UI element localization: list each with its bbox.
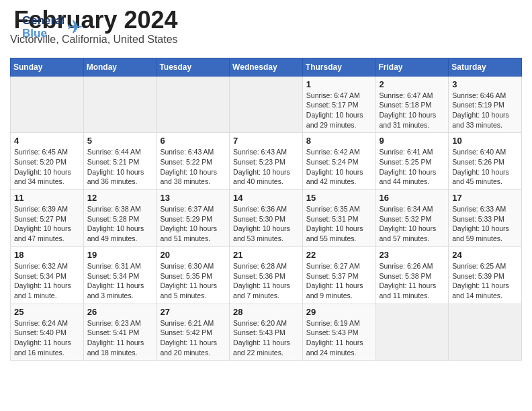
day-info: Sunrise: 6:39 AM Sunset: 5:27 PM Dayligh… xyxy=(14,204,80,244)
day-number: 6 xyxy=(160,136,226,146)
day-number: 25 xyxy=(14,307,80,317)
day-number: 14 xyxy=(233,193,299,203)
day-number: 18 xyxy=(14,250,80,260)
day-info: Sunrise: 6:25 AM Sunset: 5:39 PM Dayligh… xyxy=(452,261,518,301)
calendar-cell: 10Sunrise: 6:40 AM Sunset: 5:26 PM Dayli… xyxy=(449,133,522,190)
day-info: Sunrise: 6:41 AM Sunset: 5:25 PM Dayligh… xyxy=(380,147,445,187)
day-info: Sunrise: 6:23 AM Sunset: 5:41 PM Dayligh… xyxy=(87,318,153,358)
day-info: Sunrise: 6:28 AM Sunset: 5:36 PM Dayligh… xyxy=(233,261,299,301)
weekday-header: Tuesday xyxy=(157,58,230,76)
day-number: 13 xyxy=(160,193,226,203)
day-number: 22 xyxy=(306,250,372,260)
day-info: Sunrise: 6:43 AM Sunset: 5:23 PM Dayligh… xyxy=(233,147,299,187)
weekday-header-row: SundayMondayTuesdayWednesdayThursdayFrid… xyxy=(11,58,522,76)
day-number: 9 xyxy=(380,136,445,146)
calendar-cell: 29Sunrise: 6:19 AM Sunset: 5:43 PM Dayli… xyxy=(302,304,375,361)
weekday-header: Saturday xyxy=(449,58,522,76)
day-info: Sunrise: 6:21 AM Sunset: 5:42 PM Dayligh… xyxy=(160,318,226,358)
day-number: 21 xyxy=(233,250,299,260)
calendar-cell: 15Sunrise: 6:35 AM Sunset: 5:31 PM Dayli… xyxy=(302,190,375,247)
weekday-header: Wednesday xyxy=(230,58,303,76)
weekday-header: Monday xyxy=(83,58,157,76)
calendar-cell: 14Sunrise: 6:36 AM Sunset: 5:30 PM Dayli… xyxy=(230,190,303,247)
weekday-header: Friday xyxy=(375,58,449,76)
day-info: Sunrise: 6:35 AM Sunset: 5:31 PM Dayligh… xyxy=(306,204,372,244)
day-info: Sunrise: 6:33 AM Sunset: 5:33 PM Dayligh… xyxy=(452,204,518,244)
day-info: Sunrise: 6:46 AM Sunset: 5:19 PM Dayligh… xyxy=(452,91,518,130)
calendar-week-row: 25Sunrise: 6:24 AM Sunset: 5:40 PM Dayli… xyxy=(11,304,522,361)
calendar-cell: 27Sunrise: 6:21 AM Sunset: 5:42 PM Dayli… xyxy=(157,304,230,361)
day-info: Sunrise: 6:30 AM Sunset: 5:35 PM Dayligh… xyxy=(160,261,226,301)
calendar-cell xyxy=(375,304,449,361)
day-number: 15 xyxy=(306,193,372,203)
logo-text-line1: General xyxy=(22,15,64,28)
weekday-header: Sunday xyxy=(11,58,84,76)
day-info: Sunrise: 6:43 AM Sunset: 5:22 PM Dayligh… xyxy=(160,147,226,187)
calendar-cell: 7Sunrise: 6:43 AM Sunset: 5:23 PM Daylig… xyxy=(230,133,303,190)
calendar-cell: 26Sunrise: 6:23 AM Sunset: 5:41 PM Dayli… xyxy=(83,304,157,361)
day-number: 2 xyxy=(380,79,445,89)
calendar-cell: 8Sunrise: 6:42 AM Sunset: 5:24 PM Daylig… xyxy=(302,133,375,190)
calendar-cell: 6Sunrise: 6:43 AM Sunset: 5:22 PM Daylig… xyxy=(157,133,230,190)
calendar-cell xyxy=(230,76,303,133)
day-info: Sunrise: 6:26 AM Sunset: 5:38 PM Dayligh… xyxy=(380,261,445,301)
day-number: 17 xyxy=(452,193,518,203)
calendar-cell: 18Sunrise: 6:32 AM Sunset: 5:34 PM Dayli… xyxy=(11,246,84,304)
day-info: Sunrise: 6:45 AM Sunset: 5:20 PM Dayligh… xyxy=(14,147,80,187)
calendar-week-row: 11Sunrise: 6:39 AM Sunset: 5:27 PM Dayli… xyxy=(11,190,522,247)
day-number: 10 xyxy=(452,136,518,146)
calendar-cell: 24Sunrise: 6:25 AM Sunset: 5:39 PM Dayli… xyxy=(449,246,522,304)
calendar-week-row: 4Sunrise: 6:45 AM Sunset: 5:20 PM Daylig… xyxy=(11,133,522,190)
day-number: 11 xyxy=(14,193,80,203)
calendar-cell: 23Sunrise: 6:26 AM Sunset: 5:38 PM Dayli… xyxy=(375,246,449,304)
day-info: Sunrise: 6:37 AM Sunset: 5:29 PM Dayligh… xyxy=(160,204,226,244)
day-info: Sunrise: 6:38 AM Sunset: 5:28 PM Dayligh… xyxy=(87,204,153,244)
calendar-week-row: 1Sunrise: 6:47 AM Sunset: 5:17 PM Daylig… xyxy=(11,76,522,133)
calendar-cell: 5Sunrise: 6:44 AM Sunset: 5:21 PM Daylig… xyxy=(83,133,157,190)
day-info: Sunrise: 6:32 AM Sunset: 5:34 PM Dayligh… xyxy=(14,261,80,301)
calendar-cell: 20Sunrise: 6:30 AM Sunset: 5:35 PM Dayli… xyxy=(157,246,230,304)
calendar-week-row: 18Sunrise: 6:32 AM Sunset: 5:34 PM Dayli… xyxy=(11,246,522,304)
logo-bird-icon: ✈ xyxy=(67,18,83,37)
calendar-cell: 25Sunrise: 6:24 AM Sunset: 5:40 PM Dayli… xyxy=(11,304,84,361)
calendar-cell xyxy=(449,304,522,361)
calendar-cell: 13Sunrise: 6:37 AM Sunset: 5:29 PM Dayli… xyxy=(157,190,230,247)
day-number: 8 xyxy=(306,136,372,146)
calendar-cell: 1Sunrise: 6:47 AM Sunset: 5:17 PM Daylig… xyxy=(302,76,375,133)
day-info: Sunrise: 6:34 AM Sunset: 5:32 PM Dayligh… xyxy=(380,204,445,244)
weekday-header: Thursday xyxy=(302,58,375,76)
day-info: Sunrise: 6:19 AM Sunset: 5:43 PM Dayligh… xyxy=(306,318,372,358)
day-number: 28 xyxy=(233,307,299,317)
calendar-cell: 19Sunrise: 6:31 AM Sunset: 5:34 PM Dayli… xyxy=(83,246,157,304)
day-number: 12 xyxy=(87,193,153,203)
calendar-table: SundayMondayTuesdayWednesdayThursdayFrid… xyxy=(10,58,522,361)
calendar-cell: 28Sunrise: 6:20 AM Sunset: 5:43 PM Dayli… xyxy=(230,304,303,361)
day-info: Sunrise: 6:44 AM Sunset: 5:21 PM Dayligh… xyxy=(87,147,153,187)
calendar-cell: 12Sunrise: 6:38 AM Sunset: 5:28 PM Dayli… xyxy=(83,190,157,247)
day-info: Sunrise: 6:47 AM Sunset: 5:18 PM Dayligh… xyxy=(380,91,445,130)
calendar-cell: 2Sunrise: 6:47 AM Sunset: 5:18 PM Daylig… xyxy=(375,76,449,133)
calendar-cell: 9Sunrise: 6:41 AM Sunset: 5:25 PM Daylig… xyxy=(375,133,449,190)
calendar-cell: 3Sunrise: 6:46 AM Sunset: 5:19 PM Daylig… xyxy=(449,76,522,133)
day-info: Sunrise: 6:31 AM Sunset: 5:34 PM Dayligh… xyxy=(87,261,153,301)
calendar-cell xyxy=(83,76,157,133)
calendar-cell: 21Sunrise: 6:28 AM Sunset: 5:36 PM Dayli… xyxy=(230,246,303,304)
logo-text-line2: Blue xyxy=(22,28,64,40)
calendar-cell: 16Sunrise: 6:34 AM Sunset: 5:32 PM Dayli… xyxy=(375,190,449,247)
day-number: 23 xyxy=(380,250,445,260)
day-info: Sunrise: 6:36 AM Sunset: 5:30 PM Dayligh… xyxy=(233,204,299,244)
day-number: 7 xyxy=(233,136,299,146)
calendar-cell xyxy=(157,76,230,133)
day-number: 5 xyxy=(87,136,153,146)
day-number: 4 xyxy=(14,136,80,146)
day-number: 19 xyxy=(87,250,153,260)
day-number: 27 xyxy=(160,307,226,317)
day-number: 3 xyxy=(452,79,518,89)
calendar-cell xyxy=(11,76,84,133)
day-info: Sunrise: 6:40 AM Sunset: 5:26 PM Dayligh… xyxy=(452,147,518,187)
calendar-cell: 11Sunrise: 6:39 AM Sunset: 5:27 PM Dayli… xyxy=(11,190,84,247)
day-number: 20 xyxy=(160,250,226,260)
day-info: Sunrise: 6:47 AM Sunset: 5:17 PM Dayligh… xyxy=(306,91,372,130)
day-number: 26 xyxy=(87,307,153,317)
day-number: 29 xyxy=(306,307,372,317)
